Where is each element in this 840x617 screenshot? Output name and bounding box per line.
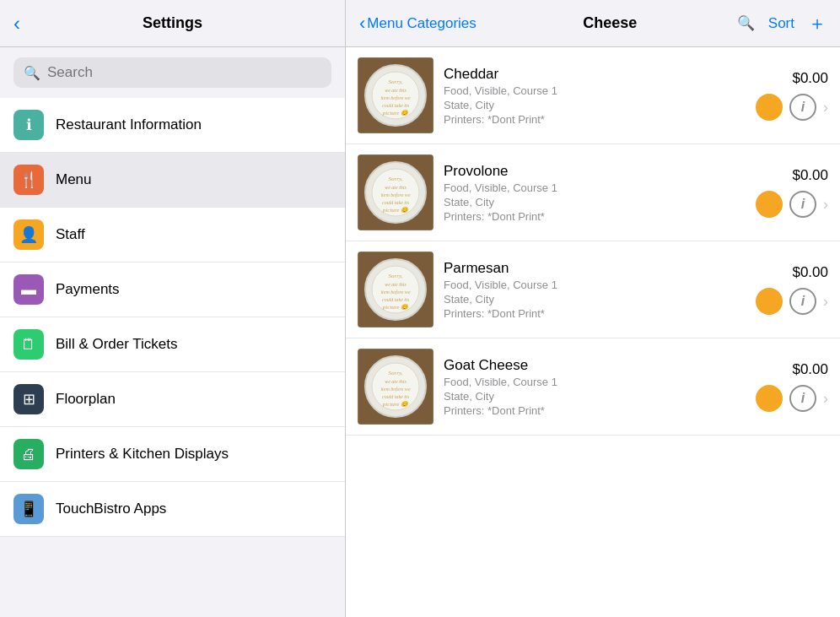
menu-item-tags-goat-cheese: Food, Visible, Course 1 <box>444 376 746 388</box>
search-header-icon: 🔍 <box>737 15 755 31</box>
svg-text:picture 😊: picture 😊 <box>382 303 410 311</box>
menu-item-goat-cheese[interactable]: Sorry, we ate this item before we could … <box>346 338 840 436</box>
menu-item-tags2-provolone: State, City <box>444 196 746 208</box>
chevron-right-icon-parmesan: › <box>823 293 828 311</box>
svg-text:Sorry,: Sorry, <box>389 176 403 182</box>
status-dot-goat-cheese[interactable] <box>756 385 783 412</box>
sidebar-item-label-restaurant-information: Restaurant Information <box>56 116 202 133</box>
menu-item-actions-parmesan: i› <box>756 288 828 315</box>
info-button-cheddar[interactable]: i <box>789 94 816 121</box>
sidebar-item-label-printers-kitchen: Printers & Kitchen Displays <box>56 446 229 463</box>
search-button[interactable]: 🔍 <box>737 14 755 32</box>
menu-item-right-parmesan: $0.00i› <box>756 264 828 315</box>
menu-item-name-parmesan: Parmesan <box>444 260 746 277</box>
menu-item-price-cheddar: $0.00 <box>792 70 828 87</box>
menu-list: Sorry, we ate this item before we could … <box>346 47 840 617</box>
back-nav-label: Menu Categories <box>367 15 476 32</box>
svg-text:Sorry,: Sorry, <box>389 273 403 279</box>
menu-item-cheddar[interactable]: Sorry, we ate this item before we could … <box>346 47 840 144</box>
info-button-parmesan[interactable]: i <box>789 288 816 315</box>
svg-text:picture 😊: picture 😊 <box>382 206 410 214</box>
menu-item-tags2-goat-cheese: State, City <box>444 390 746 403</box>
back-button[interactable]: ‹ <box>13 12 20 35</box>
menu-item-name-provolone: Provolone <box>444 163 746 180</box>
info-button-goat-cheese[interactable]: i <box>789 385 816 412</box>
sidebar-item-label-menu: Menu <box>56 171 92 188</box>
floorplan-icon: ⊞ <box>13 384 44 414</box>
menu-item-actions-provolone: i› <box>756 191 828 218</box>
sidebar-item-label-staff: Staff <box>56 226 85 243</box>
menu-item-image-cheddar: Sorry, we ate this item before we could … <box>358 57 433 133</box>
chevron-right-icon-cheddar: › <box>823 99 828 116</box>
payments-icon: ▬ <box>13 274 44 305</box>
status-dot-cheddar[interactable] <box>756 94 783 121</box>
svg-text:picture 😊: picture 😊 <box>382 400 410 408</box>
left-header: ‹ Settings <box>0 0 345 47</box>
settings-list: ℹRestaurant Information🍴Menu👤Staff▬Payme… <box>0 98 345 617</box>
menu-item-tags2-parmesan: State, City <box>444 293 746 306</box>
menu-item-right-goat-cheese: $0.00i› <box>756 361 828 412</box>
sidebar-item-bill-order-tickets[interactable]: 🗒Bill & Order Tickets <box>0 317 345 372</box>
menu-item-tags-parmesan: Food, Visible, Course 1 <box>444 279 746 291</box>
staff-icon: 👤 <box>13 219 44 250</box>
right-panel: ‹ Menu Categories Cheese 🔍 Sort ＋ Sorry,… <box>346 0 840 617</box>
menu-icon: 🍴 <box>13 165 44 195</box>
svg-text:Sorry,: Sorry, <box>389 370 403 376</box>
sidebar-item-restaurant-information[interactable]: ℹRestaurant Information <box>0 98 345 153</box>
header-actions: 🔍 Sort ＋ <box>737 11 827 36</box>
printers-kitchen-icon: 🖨 <box>13 439 44 469</box>
menu-item-actions-goat-cheese: i› <box>756 385 828 412</box>
svg-text:item before we: item before we <box>380 95 410 100</box>
sidebar-item-label-touchbistro-apps: TouchBistro Apps <box>56 501 166 517</box>
svg-text:picture 😊: picture 😊 <box>382 109 410 116</box>
svg-text:could take its: could take its <box>382 394 410 399</box>
menu-item-actions-cheddar: i› <box>756 94 828 121</box>
sidebar-item-menu[interactable]: 🍴Menu <box>0 153 345 208</box>
menu-item-name-cheddar: Cheddar <box>444 66 746 83</box>
sidebar-item-label-bill-order-tickets: Bill & Order Tickets <box>56 336 178 353</box>
menu-item-parmesan[interactable]: Sorry, we ate this item before we could … <box>346 241 840 338</box>
menu-item-provolone[interactable]: Sorry, we ate this item before we could … <box>346 144 840 241</box>
menu-item-printers-goat-cheese: Printers: *Dont Print* <box>444 404 746 417</box>
svg-text:could take its: could take its <box>382 200 410 205</box>
svg-text:we ate this: we ate this <box>385 379 407 384</box>
add-item-button[interactable]: ＋ <box>808 11 827 36</box>
chevron-right-icon-provolone: › <box>823 196 828 214</box>
chevron-right-icon-goat-cheese: › <box>823 390 828 408</box>
sidebar-item-label-payments: Payments <box>56 281 120 298</box>
sidebar-item-touchbistro-apps[interactable]: 📱TouchBistro Apps <box>0 482 345 537</box>
touchbistro-apps-icon: 📱 <box>13 494 44 524</box>
status-dot-parmesan[interactable] <box>756 288 783 315</box>
svg-text:could take its: could take its <box>382 297 410 302</box>
menu-item-image-provolone: Sorry, we ate this item before we could … <box>358 154 433 230</box>
menu-item-image-goat-cheese: Sorry, we ate this item before we could … <box>358 349 433 425</box>
svg-text:we ate this: we ate this <box>385 185 407 190</box>
menu-item-image-parmesan: Sorry, we ate this item before we could … <box>358 252 433 327</box>
menu-item-right-provolone: $0.00i› <box>756 167 828 218</box>
menu-item-name-goat-cheese: Goat Cheese <box>444 357 746 374</box>
svg-text:item before we: item before we <box>380 192 410 198</box>
menu-item-printers-cheddar: Printers: *Dont Print* <box>444 113 746 126</box>
right-header: ‹ Menu Categories Cheese 🔍 Sort ＋ <box>346 0 840 47</box>
sidebar-item-payments[interactable]: ▬Payments <box>0 262 345 317</box>
menu-item-printers-parmesan: Printers: *Dont Print* <box>444 307 746 320</box>
menu-item-price-goat-cheese: $0.00 <box>792 361 828 378</box>
menu-item-info-goat-cheese: Goat CheeseFood, Visible, Course 1State,… <box>444 357 746 417</box>
bill-order-tickets-icon: 🗒 <box>13 329 44 360</box>
search-bar[interactable]: 🔍 <box>13 57 331 88</box>
menu-item-right-cheddar: $0.00i› <box>756 70 828 121</box>
sidebar-item-staff[interactable]: 👤Staff <box>0 208 345 262</box>
menu-item-tags-provolone: Food, Visible, Course 1 <box>444 181 746 194</box>
sidebar-item-floorplan[interactable]: ⊞Floorplan <box>0 372 345 427</box>
search-input[interactable] <box>47 64 321 81</box>
back-chevron-icon: ‹ <box>359 13 365 35</box>
menu-item-price-parmesan: $0.00 <box>792 264 828 281</box>
sort-button[interactable]: Sort <box>768 15 794 32</box>
svg-text:item before we: item before we <box>380 387 410 392</box>
svg-text:item before we: item before we <box>380 290 410 295</box>
back-nav[interactable]: ‹ Menu Categories <box>359 13 477 35</box>
sidebar-item-printers-kitchen[interactable]: 🖨Printers & Kitchen Displays <box>0 427 345 482</box>
sidebar-item-label-floorplan: Floorplan <box>56 391 116 408</box>
info-button-provolone[interactable]: i <box>789 191 816 218</box>
status-dot-provolone[interactable] <box>756 191 783 218</box>
